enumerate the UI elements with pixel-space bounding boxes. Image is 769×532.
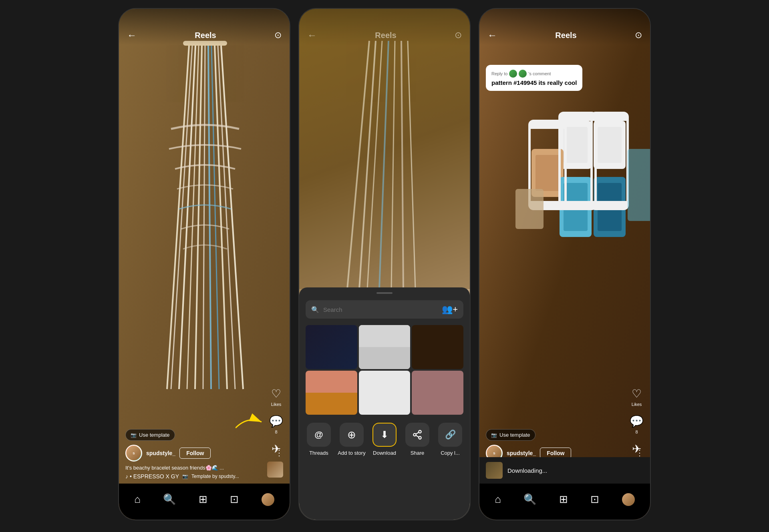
home-icon-3: ⌂ [495,493,501,506]
caption-1: It's beachy bracelet season friends🌸🌊 ..… [125,465,259,471]
camera-button-1[interactable]: ⊙ [274,30,282,40]
nav-add-3[interactable]: ⊞ [559,493,568,506]
contact-swatch-3[interactable] [412,325,463,369]
contact-swatch-4[interactable] [306,371,357,415]
threads-label: Threads [309,450,328,456]
comment-icon-3: 💬 [630,415,644,428]
more-options-3[interactable]: ⋮ [636,448,644,458]
contact-swatch-6[interactable] [412,371,463,415]
svg-rect-50 [628,149,651,221]
camera-button-3[interactable]: ⊙ [635,30,642,40]
copy-icon: 🔗 [438,423,462,447]
template-icon-1: 📷 [131,432,137,438]
svg-rect-47 [592,113,628,121]
phone-2: ← Reels ⊙ 🔍 👥+ [298,8,471,520]
svg-rect-33 [598,127,622,163]
username-3[interactable]: spudstyle_ [507,450,536,456]
comment-count-3: 8 [635,430,638,434]
comment-text: pattern #149945 its really cool [491,79,577,86]
right-actions-1: ♡ Likes 💬 8 ✈ [269,387,283,456]
use-template-badge-3[interactable]: 📷 Use template [486,429,535,441]
likes-label-3: Likes [632,402,642,407]
like-button-1[interactable]: ♡ Likes [271,387,282,407]
copy-label: Copy l... [441,450,460,456]
threads-share-button[interactable]: @ Threads [302,423,335,456]
more-options-1[interactable]: ⋮ [275,448,283,458]
reply-to-text: Reply to [491,71,507,76]
comment-button-3[interactable]: 💬 8 [630,415,644,434]
svg-rect-49 [515,189,544,229]
follow-button-1[interactable]: Follow [179,448,211,459]
copy-link-button[interactable]: 🔗 Copy l... [434,423,467,456]
share-label: Share [411,450,425,456]
header-1: ← Reels ⊙ [119,9,290,45]
back-button-3[interactable]: ← [487,30,497,41]
commenter-avatar [509,70,517,78]
threads-icon: @ [307,423,331,447]
comment-count-1: 8 [275,430,277,434]
download-button[interactable]: ⬇ Download [368,423,401,456]
comment-button-1[interactable]: 💬 8 [269,415,283,434]
reels-title-2: Reels [375,31,396,40]
nav-home-1[interactable]: ⌂ [134,493,141,506]
camera-button-2[interactable]: ⊙ [455,30,462,40]
search-nav-icon-3: 🔍 [523,493,536,506]
svg-rect-48 [592,201,628,209]
nav-profile-3[interactable] [622,493,635,506]
music-info-1: ♪ • ESPRESSO X GY 📷 Template by spudsty.… [125,473,259,480]
share-search-input[interactable] [323,306,438,313]
nav-reels-1[interactable]: ⊡ [230,493,239,506]
reels-icon-1: ⊡ [230,493,239,506]
add-to-story-button[interactable]: ⊕ Add to story [335,423,368,456]
contact-swatch-5[interactable] [359,371,411,415]
heart-icon-3: ♡ [632,387,642,400]
reels-title-3: Reels [555,31,576,40]
nav-add-1[interactable]: ⊞ [199,493,207,506]
use-template-badge-1[interactable]: 📷 Use template [125,429,175,441]
nav-search-1[interactable]: 🔍 [163,493,176,506]
svg-rect-35 [535,155,560,191]
header-3: ← Reels ⊙ [479,9,650,45]
add-story-icon: ⊕ [340,423,364,447]
music-note-1: ♪ • ESPRESSO X GY [125,473,179,480]
share-icon [405,423,429,447]
template-credit-text-1: Template by spudsty... [191,474,239,479]
share-search-bar[interactable]: 🔍 👥+ [306,300,463,319]
like-button-3[interactable]: ♡ Likes [632,387,642,407]
download-thumbnail [486,462,503,479]
svg-line-26 [416,436,419,437]
use-template-label-3: Use template [499,432,530,438]
home-icon-1: ⌂ [134,493,141,506]
add-people-button[interactable]: 👥+ [442,304,458,315]
username-1[interactable]: spudstyle_ [146,450,175,456]
contact-grid [306,325,463,415]
contact-swatch-2[interactable] [359,325,411,369]
avatar-1[interactable]: S [125,445,142,462]
nav-reels-3[interactable]: ⊡ [590,493,599,506]
share-sheet: 🔍 👥+ [299,287,470,520]
add-to-story-label: Add to story [338,450,365,456]
thumbnail-mini-1[interactable] [267,462,283,478]
share-forward-button[interactable]: Share [401,423,434,456]
likes-label-1: Likes [271,402,282,407]
nav-profile-1[interactable] [262,493,274,506]
comment-suffix: 's comment [528,71,551,76]
phone-1: ← Reels ⊙ ♡ Likes 💬 8 ✈ [118,8,290,520]
nav-search-3[interactable]: 🔍 [523,493,536,506]
template-credit-1: 📷 [182,474,188,479]
back-button-1[interactable]: ← [127,30,137,41]
download-label: Download [373,450,396,456]
main-container: ← Reels ⊙ ♡ Likes 💬 8 ✈ [0,0,769,532]
contact-swatch-1[interactable] [306,325,357,369]
header-2: ← Reels ⊙ [299,9,470,45]
svg-rect-45 [560,201,596,209]
reels-icon-3: ⊡ [590,493,599,506]
back-button-2[interactable]: ← [307,30,317,41]
right-actions-3: ♡ Likes 💬 8 ✈ [630,387,644,456]
add-icon-1: ⊞ [199,493,207,506]
svg-rect-44 [560,113,596,121]
downloading-bar: Downloading... [479,457,650,484]
share-actions-row: @ Threads ⊕ Add to story ⬇ Download [299,423,470,456]
use-template-label-1: Use template [139,432,170,438]
nav-home-3[interactable]: ⌂ [495,493,501,506]
